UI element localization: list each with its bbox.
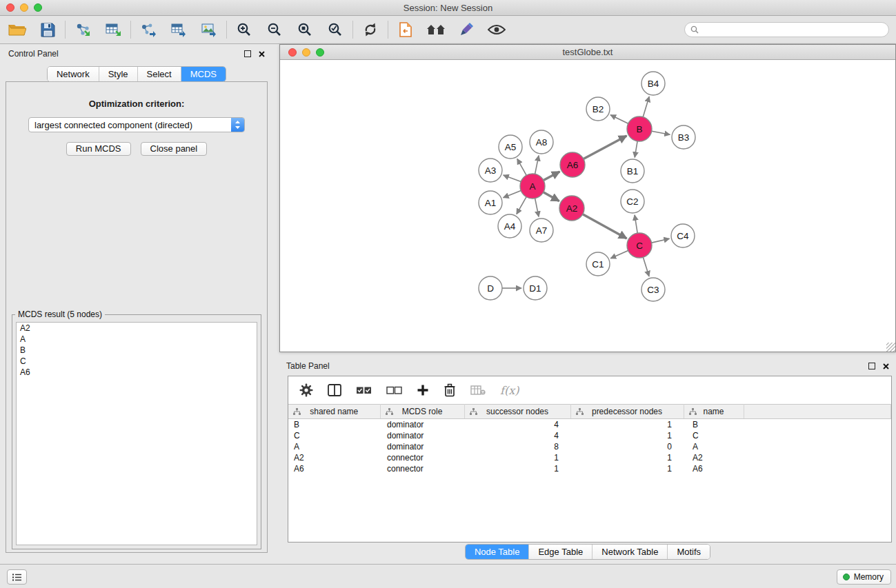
task-history-button[interactable]: [7, 569, 27, 585]
zoom-in-icon[interactable]: [234, 19, 255, 40]
table-cell[interactable]: C: [288, 430, 380, 441]
graph-edge-A-A2[interactable]: [544, 192, 559, 201]
graph-node-D1[interactable]: D1: [524, 276, 547, 300]
graph-node-C[interactable]: C: [627, 233, 652, 258]
refresh-layout-icon[interactable]: [360, 19, 381, 40]
resize-grip[interactable]: [886, 343, 895, 352]
float-panel-icon[interactable]: [868, 363, 875, 369]
tab-select[interactable]: Select: [138, 67, 181, 81]
network-window-titlebar[interactable]: testGlobe.txt: [280, 45, 895, 60]
graph-node-C1[interactable]: C1: [586, 252, 610, 276]
save-icon[interactable]: [37, 19, 58, 40]
graph-edge-B-B1[interactable]: [635, 141, 637, 158]
graph-edge-C-C2[interactable]: [635, 215, 637, 233]
close-panel-button[interactable]: Close panel: [141, 142, 208, 156]
table-cell[interactable]: dominator: [380, 419, 464, 431]
table-cell[interactable]: B: [684, 419, 744, 431]
zoom-window-button[interactable]: [34, 3, 42, 12]
table-cell[interactable]: A2: [288, 452, 380, 463]
table-row[interactable]: Cdominator41C: [288, 430, 891, 441]
graph-node-B1[interactable]: B1: [621, 159, 644, 183]
column-header-successor-nodes[interactable]: successor nodes: [464, 405, 570, 419]
criterion-dropdown[interactable]: largest connected component (directed): [28, 117, 245, 132]
network-canvas[interactable]: B4B2BB3A8A5A6A3B1AC2A1A2A4A7C4CC1DD1C3: [280, 60, 895, 352]
table-cell[interactable]: connector: [380, 452, 464, 463]
table-settings-gear-icon[interactable]: [299, 383, 313, 397]
graph-edge-A-A4[interactable]: [517, 197, 526, 214]
close-panel-icon[interactable]: [883, 363, 889, 369]
graph-node-A1[interactable]: A1: [479, 191, 502, 214]
titlebar[interactable]: Session: New Session: [0, 0, 896, 16]
graph-edge-A-A5[interactable]: [517, 159, 526, 175]
table-cell[interactable]: dominator: [380, 430, 464, 441]
column-header-shared-name[interactable]: shared name: [288, 405, 380, 419]
search-field[interactable]: [684, 22, 889, 37]
graph-edge-B-B2[interactable]: [610, 115, 628, 124]
tab-mcds[interactable]: MCDS: [181, 67, 226, 81]
import-network-icon[interactable]: [72, 19, 93, 40]
zoom-out-icon[interactable]: [264, 19, 285, 40]
graph-edge-B-B4[interactable]: [643, 97, 649, 117]
table-cell[interactable]: A6: [288, 463, 380, 474]
tab-style[interactable]: Style: [99, 67, 138, 81]
graph-edge-A-A3[interactable]: [504, 175, 521, 182]
home-icon[interactable]: [426, 19, 446, 40]
graph-node-C2[interactable]: C2: [621, 190, 644, 213]
import-table-icon[interactable]: [103, 19, 123, 40]
graph-edge-C-C1[interactable]: [610, 250, 628, 258]
close-panel-icon[interactable]: [259, 51, 265, 57]
graph-edge-A-A8[interactable]: [535, 156, 539, 174]
graph-node-A7[interactable]: A7: [530, 219, 553, 242]
graph-edge-A-A1[interactable]: [504, 191, 521, 198]
network-minimize-button[interactable]: [302, 48, 310, 57]
table-cell[interactable]: 1: [464, 452, 570, 463]
delete-column-trash-icon[interactable]: [444, 383, 456, 397]
table-cell[interactable]: 1: [570, 463, 684, 474]
graph-node-A4[interactable]: A4: [498, 214, 521, 238]
search-input[interactable]: [702, 24, 883, 35]
graph-node-A2[interactable]: A2: [559, 196, 584, 221]
graph-edge-B-B3[interactable]: [652, 131, 670, 134]
graph-node-A5[interactable]: A5: [499, 135, 522, 159]
table-cell[interactable]: C: [684, 430, 744, 441]
table-cell[interactable]: B: [288, 419, 380, 431]
graph-edge-C-C3[interactable]: [643, 257, 649, 276]
graph-node-C4[interactable]: C4: [671, 224, 695, 247]
select-all-columns-icon[interactable]: [356, 386, 372, 395]
tab-motifs[interactable]: Motifs: [668, 545, 710, 559]
tab-edge-table[interactable]: Edge Table: [529, 545, 593, 559]
show-columns-icon[interactable]: [328, 384, 341, 396]
table-row[interactable]: Bdominator41B: [288, 419, 891, 431]
table-cell[interactable]: 8: [464, 441, 570, 452]
tab-network[interactable]: Network: [48, 67, 99, 81]
zoom-fit-icon[interactable]: [295, 19, 315, 40]
minimize-window-button[interactable]: [20, 3, 28, 12]
graph-edge-A-A7[interactable]: [535, 199, 539, 217]
column-header-mcds-role[interactable]: MCDS role: [380, 405, 464, 419]
mcds-result-item[interactable]: C: [17, 356, 257, 367]
mcds-result-item[interactable]: A: [17, 334, 257, 345]
export-image-icon[interactable]: [199, 19, 219, 40]
graph-node-C3[interactable]: C3: [641, 278, 665, 301]
table-cell[interactable]: 1: [570, 419, 684, 431]
network-close-button[interactable]: [288, 48, 297, 57]
table-row[interactable]: Adominator80A: [288, 441, 891, 452]
graph-node-A3[interactable]: A3: [479, 159, 502, 182]
table-cell[interactable]: connector: [380, 463, 464, 474]
deselect-all-columns-icon[interactable]: [386, 386, 402, 395]
graph-edge-C-C4[interactable]: [652, 239, 670, 243]
graph-edge-A2-C[interactable]: [583, 214, 627, 239]
add-column-icon[interactable]: [417, 384, 429, 396]
export-network-icon[interactable]: [138, 19, 159, 40]
open-session-doc-icon[interactable]: [395, 19, 416, 40]
zoom-selected-icon[interactable]: [325, 19, 346, 40]
table-cell[interactable]: 1: [570, 452, 684, 463]
table-cell[interactable]: 0: [570, 441, 684, 452]
table-cell[interactable]: 4: [464, 430, 570, 441]
table-cell[interactable]: 4: [464, 419, 570, 431]
float-panel-icon[interactable]: [244, 50, 251, 57]
mcds-result-list[interactable]: A2ABCA6: [16, 322, 257, 545]
eye-icon[interactable]: [486, 19, 507, 40]
open-folder-icon[interactable]: [7, 19, 28, 40]
tab-node-table[interactable]: Node Table: [466, 545, 530, 559]
